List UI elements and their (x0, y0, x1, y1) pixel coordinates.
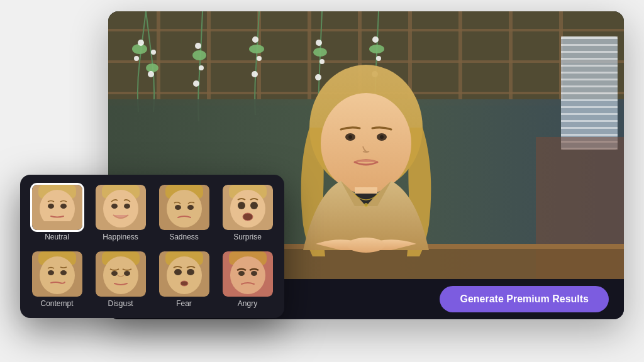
emotion-name-happiness: Happiness (103, 233, 138, 241)
emotion-thumbnail-sadness (159, 185, 209, 230)
svg-rect-44 (561, 72, 618, 74)
svg-rect-53 (561, 134, 618, 136)
svg-point-31 (315, 74, 321, 80)
svg-rect-45 (561, 79, 618, 80)
svg-point-99 (40, 256, 75, 294)
svg-point-28 (313, 48, 327, 57)
emotion-thumbnail-disgust (96, 251, 146, 297)
svg-rect-42 (561, 58, 618, 60)
svg-point-90 (187, 205, 194, 210)
svg-rect-40 (561, 44, 618, 46)
svg-point-16 (138, 40, 144, 46)
svg-point-19 (151, 50, 156, 55)
svg-point-105 (111, 271, 118, 276)
svg-point-66 (347, 238, 385, 253)
svg-rect-47 (561, 92, 618, 94)
emotion-thumbnail-angry (223, 251, 273, 297)
svg-rect-80 (38, 221, 76, 230)
svg-point-25 (252, 36, 258, 43)
emotion-item-neutral[interactable]: Neutral (28, 182, 86, 244)
svg-point-111 (187, 269, 194, 275)
svg-rect-51 (561, 120, 618, 122)
svg-rect-48 (561, 99, 618, 101)
svg-point-30 (319, 59, 325, 64)
svg-point-67 (364, 203, 368, 207)
svg-point-89 (175, 205, 181, 210)
svg-point-101 (60, 270, 67, 275)
svg-point-60 (321, 93, 411, 194)
emotion-item-sadness[interactable]: Sadness (155, 182, 213, 244)
emotion-thumbnail-contempt (32, 251, 82, 297)
emotion-thumbnail-surprise (223, 185, 273, 230)
svg-point-17 (134, 56, 139, 61)
svg-point-21 (195, 43, 201, 49)
svg-point-22 (199, 65, 204, 70)
svg-point-26 (257, 56, 262, 61)
generate-premium-button[interactable]: Generate Premium Results (440, 286, 609, 312)
svg-rect-52 (561, 127, 618, 129)
svg-point-33 (372, 36, 379, 43)
svg-point-109 (167, 256, 202, 294)
emotion-thumbnail-fear (159, 251, 209, 297)
svg-point-112 (180, 281, 188, 286)
svg-point-29 (316, 40, 322, 46)
emotion-item-surprise[interactable]: Surprise (218, 182, 277, 244)
emotion-thumbnail-neutral (32, 185, 82, 230)
emotion-item-contempt[interactable]: Contempt (28, 249, 86, 310)
emotion-name-contempt: Contempt (40, 299, 73, 308)
svg-point-93 (230, 190, 265, 228)
svg-point-78 (48, 204, 54, 209)
svg-point-64 (380, 135, 384, 139)
svg-point-24 (249, 45, 264, 53)
svg-point-104 (103, 256, 138, 294)
emotion-item-disgust[interactable]: Disgust (91, 249, 150, 310)
svg-rect-43 (561, 65, 618, 67)
emotion-panel: Neutral Happiness Sadness Surprise (20, 175, 284, 318)
svg-point-110 (174, 269, 182, 275)
emotion-name-angry: Angry (238, 299, 257, 308)
emotion-item-fear[interactable]: Fear (155, 249, 213, 310)
svg-point-95 (250, 202, 258, 209)
emotion-thumbnail-happiness (96, 185, 146, 230)
svg-point-84 (111, 204, 118, 209)
emotion-name-surprise: Surprise (233, 233, 262, 241)
svg-point-83 (103, 190, 138, 228)
svg-point-116 (238, 271, 245, 276)
svg-point-85 (124, 204, 130, 209)
svg-point-20 (192, 50, 206, 60)
emotion-grid: Neutral Happiness Sadness Surprise (28, 182, 277, 310)
emotion-item-happiness[interactable]: Happiness (91, 182, 150, 244)
svg-point-32 (369, 45, 384, 53)
svg-rect-39 (561, 36, 618, 39)
emotion-name-disgust: Disgust (108, 299, 133, 308)
svg-point-18 (148, 71, 154, 77)
svg-rect-41 (561, 51, 618, 53)
svg-point-88 (167, 190, 202, 228)
svg-point-63 (348, 135, 352, 139)
emotion-name-sadness: Sadness (169, 233, 199, 241)
svg-point-115 (230, 256, 265, 294)
svg-point-100 (48, 270, 54, 275)
svg-rect-49 (561, 106, 618, 108)
svg-rect-46 (561, 85, 618, 87)
svg-point-34 (376, 56, 381, 61)
emotion-name-fear: Fear (176, 299, 192, 308)
svg-point-94 (238, 202, 245, 209)
svg-point-117 (251, 271, 257, 276)
svg-point-106 (124, 271, 130, 276)
svg-point-27 (252, 71, 258, 77)
emotion-name-neutral: Neutral (45, 233, 69, 241)
main-container: Neutral ▾ (20, 11, 624, 351)
svg-point-96 (243, 213, 253, 221)
svg-point-79 (60, 204, 67, 209)
emotion-item-angry[interactable]: Angry (218, 249, 277, 310)
svg-rect-50 (561, 113, 618, 115)
svg-point-23 (193, 80, 199, 87)
svg-point-15 (146, 63, 158, 72)
